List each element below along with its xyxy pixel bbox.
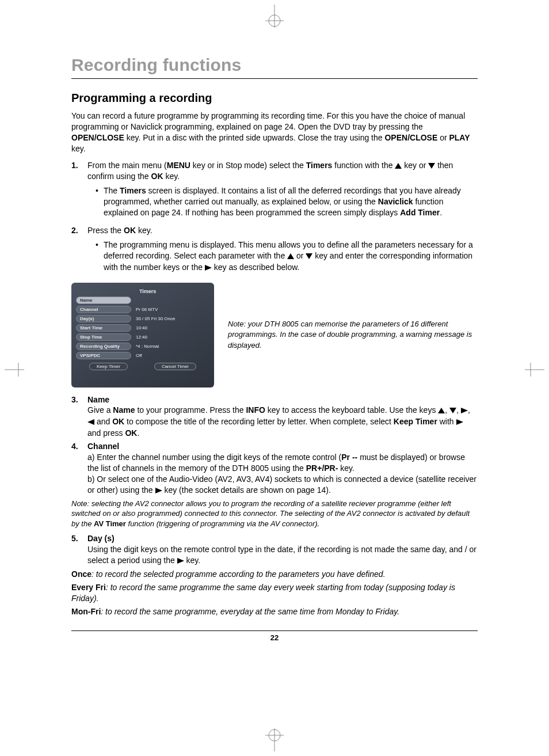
screenshot-keep-button: Keep Timer <box>89 363 128 370</box>
svg-marker-18 <box>87 419 94 425</box>
top-rule <box>71 78 478 79</box>
right-arrow-icon <box>205 263 212 273</box>
up-arrow-icon <box>438 405 445 416</box>
step-1-bullet: The Timers screen is displayed. It conta… <box>96 185 478 218</box>
step-2: 2. Press the OK key. The programming men… <box>71 225 478 276</box>
down-arrow-icon <box>449 405 456 416</box>
svg-marker-21 <box>177 558 184 564</box>
down-arrow-icon <box>306 251 312 262</box>
crop-mark-right <box>525 363 544 379</box>
screenshot-row-quality: Recording Quality <box>76 343 131 350</box>
screenshot-row-days: Day(s) <box>76 315 131 322</box>
svg-marker-19 <box>456 419 463 425</box>
screenshot-title: Timers <box>76 288 209 294</box>
chapter-title: Recording functions <box>71 55 478 75</box>
screenshot-row-channel: Channel <box>76 306 131 313</box>
intro-paragraph: You can record a future programme by pro… <box>71 111 478 154</box>
def-every-fri: Every Fri: to record the same programme … <box>71 582 478 604</box>
crop-mark-top <box>263 5 286 28</box>
screenshot-cancel-button: Cancel Timer <box>154 363 196 370</box>
svg-marker-16 <box>449 408 456 413</box>
timers-screenshot: Timers Name ChannelPr 06 MTV Day(s)30 / … <box>71 283 214 388</box>
screenshot-row-vps: VPS/PDC <box>76 352 131 359</box>
step-2-bullet: The programming menu is displayed. This … <box>96 240 478 273</box>
up-arrow-icon <box>395 161 402 172</box>
step-4-note: Note: selecting the AV2 connector allows… <box>71 499 478 529</box>
crop-mark-bottom <box>263 728 286 751</box>
screenshot-row-stop: Stop Time <box>76 333 131 341</box>
svg-marker-17 <box>461 408 468 413</box>
svg-marker-14 <box>205 265 212 271</box>
svg-marker-12 <box>287 253 294 259</box>
section-title: Programming a recording <box>71 92 478 105</box>
right-arrow-icon <box>461 405 468 416</box>
step-1: 1. From the main menu (MENU key or in St… <box>71 160 478 221</box>
right-arrow-icon <box>177 556 184 567</box>
bottom-rule <box>71 630 478 631</box>
def-mon-fri: Mon-Fri: to record the same programme, e… <box>71 606 478 617</box>
svg-marker-10 <box>395 163 402 169</box>
svg-marker-13 <box>306 253 312 259</box>
figure-note: Note: your DTH 8005 can memorise the par… <box>228 319 478 351</box>
svg-marker-15 <box>438 408 445 413</box>
up-arrow-icon <box>287 251 294 262</box>
screenshot-row-start: Start Time <box>76 324 131 332</box>
step-5: 5. Day (s) Using the digit keys on the r… <box>71 533 478 567</box>
step-4: 4. Channel a) Enter the channel number u… <box>71 441 478 496</box>
step-3: 3. Name Give a Name to your programme. P… <box>71 394 478 439</box>
svg-marker-20 <box>155 488 162 493</box>
svg-marker-11 <box>428 163 435 169</box>
def-once: Once: to record the selected programme a… <box>71 569 478 580</box>
right-arrow-icon <box>456 417 463 428</box>
screenshot-row-name: Name <box>76 297 131 304</box>
left-arrow-icon <box>87 417 94 428</box>
right-arrow-icon <box>155 485 162 496</box>
page-number: 22 <box>71 633 478 642</box>
down-arrow-icon <box>428 161 435 172</box>
crop-mark-left <box>5 363 24 379</box>
